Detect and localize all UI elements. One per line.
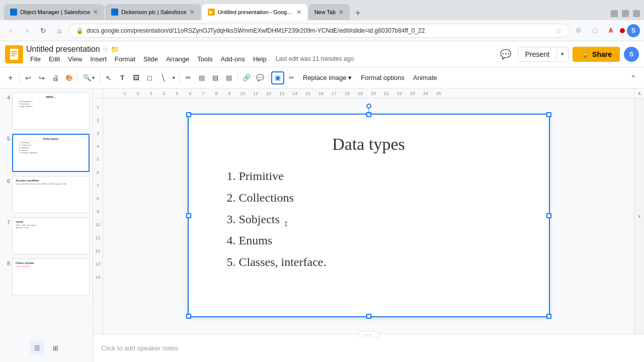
collapse-toolbar-button[interactable]: ⌃: [627, 71, 640, 84]
right-panel-toggle[interactable]: ›: [634, 99, 644, 334]
paint-format-button[interactable]: 🎨: [62, 71, 75, 84]
menu-edit[interactable]: Edit: [45, 54, 64, 64]
nav-bar: ‹ › ↻ ⌂ 🔒 docs.google.com/presentation/d…: [0, 20, 644, 41]
slide-thumbnail-5[interactable]: 5 Data types 1. Primitive 2. Collections…: [2, 133, 91, 173]
handle-mid-right[interactable]: [546, 213, 551, 218]
horizontal-ruler: 1 2 3 4 5 6 7 8 9 10 11 12 13 14: [103, 88, 634, 99]
tab-close-3[interactable]: ✕: [296, 9, 301, 16]
image-tool-button[interactable]: 🖼: [129, 71, 142, 84]
link-button[interactable]: 🔗: [240, 71, 253, 84]
menu-format[interactable]: Format: [111, 54, 139, 64]
folder-title-icon[interactable]: 📁: [111, 45, 119, 53]
puzzle-icon[interactable]: ⬡: [588, 24, 602, 38]
align-left-button[interactable]: ▤: [195, 71, 208, 84]
menu-file[interactable]: File: [26, 54, 45, 64]
menu-addons[interactable]: Add-ons: [217, 54, 249, 64]
selected-object-indicator[interactable]: ▣: [271, 71, 284, 84]
handle-bottom-left[interactable]: [186, 314, 191, 319]
undo-button[interactable]: ↩: [22, 71, 35, 84]
menu-insert[interactable]: Insert: [86, 54, 111, 64]
slide-canvas[interactable]: Data types Primitive Collections Sobject…: [188, 114, 550, 317]
slide-thumb-7[interactable]: contr. some code text here another line: [12, 217, 90, 254]
tab-favicon-2: [111, 9, 118, 16]
list-item-4: Enums: [239, 230, 524, 251]
handle-top-right[interactable]: [546, 112, 551, 117]
maximize-button[interactable]: [622, 10, 629, 17]
forward-button[interactable]: ›: [20, 24, 34, 38]
menu-tools[interactable]: Tools: [193, 54, 216, 64]
menu-arrange[interactable]: Arrange: [162, 54, 193, 64]
comment-button[interactable]: 💬: [498, 46, 514, 62]
tab-google-slides[interactable]: ▶ Untitled presentation - Google S... ✕: [202, 4, 307, 20]
menu-view[interactable]: View: [64, 54, 86, 64]
grid-view-button[interactable]: ⊞: [48, 341, 62, 355]
menu-help[interactable]: Help: [249, 54, 271, 64]
print-button[interactable]: 🖨: [49, 71, 62, 84]
close-button[interactable]: [633, 10, 640, 17]
replace-image-button[interactable]: Replace image ▾: [298, 71, 356, 84]
acrobat-icon[interactable]: A: [604, 24, 618, 38]
tab-new-tab[interactable]: New Tab ✕: [308, 4, 350, 20]
notes-drag-handle[interactable]: •••: [359, 331, 379, 337]
canvas-scroll-area[interactable]: Data types Primitive Collections Sobject…: [103, 99, 634, 334]
slides-panel: 4 00PS... • Encapsulation • Inheritance …: [0, 88, 93, 362]
redo-button[interactable]: ↪: [35, 71, 48, 84]
menu-slide[interactable]: Slide: [139, 54, 162, 64]
pen-tool-button[interactable]: ✏: [182, 71, 195, 84]
star-title-icon[interactable]: ☆: [102, 45, 109, 54]
handle-bottom-center[interactable]: [366, 314, 371, 319]
handle-top-left[interactable]: [186, 112, 191, 117]
add-element-button[interactable]: +: [4, 71, 17, 84]
toolbar-panel-toggle[interactable]: ∧: [634, 88, 644, 99]
zoom-button[interactable]: 🔍 ▾: [80, 73, 98, 82]
slide-thumbnail-4[interactable]: 4 00PS... • Encapsulation • Inheritance …: [2, 92, 91, 131]
app-header: Untitled presentation ☆ 📁 File Edit View…: [0, 41, 644, 67]
profile-avatar[interactable]: S: [627, 24, 640, 37]
tab-salesforce-1[interactable]: Object Manager | Salesforce ✕: [4, 4, 104, 20]
format-options-button[interactable]: Format options: [357, 72, 409, 83]
slide-thumb-6[interactable]: Access modifier Lorem ipsum text about a…: [12, 176, 90, 213]
align-right-button[interactable]: ▤: [222, 71, 235, 84]
text-tool-button[interactable]: T: [116, 71, 129, 84]
bookmark-icon[interactable]: ☆: [555, 27, 562, 35]
tab-close-2[interactable]: ✕: [190, 9, 195, 16]
toolbar-separator-3: [100, 73, 100, 82]
star-icon[interactable]: ⚙: [572, 24, 586, 38]
slide-content[interactable]: Data types Primitive Collections Sobject…: [204, 130, 534, 306]
back-button[interactable]: ‹: [4, 24, 18, 38]
speaker-notes-input[interactable]: Click to add speaker notes: [93, 334, 644, 362]
crop-image-button[interactable]: ✂: [285, 71, 298, 84]
slides-app: Untitled presentation ☆ 📁 File Edit View…: [0, 41, 644, 362]
present-main-button[interactable]: Present: [518, 47, 556, 61]
align-center-button[interactable]: ▤: [209, 71, 222, 84]
tab-close-1[interactable]: ✕: [93, 9, 98, 16]
line-tool-button[interactable]: ╱: [154, 68, 173, 87]
refresh-button[interactable]: ↻: [36, 24, 50, 38]
slide-thumbnail-7[interactable]: 7 contr. some code text here another lin…: [2, 216, 91, 255]
list-item-3-text: Sobjects: [239, 213, 280, 226]
new-tab-button[interactable]: +: [351, 6, 365, 20]
present-dropdown-button[interactable]: ▾: [556, 48, 568, 60]
app-logo: [5, 45, 23, 63]
vertical-ruler: 1 2 3 4 5 6 7 8 9 10 11 12 13 14: [93, 99, 103, 334]
slides-logo-icon: [9, 49, 19, 60]
panel-bottom-controls: ☰ ⊞: [2, 337, 91, 359]
share-button[interactable]: 🔒 Share: [573, 47, 620, 62]
tab-salesforce-2[interactable]: Dickenson plc | Salesforce ✕: [105, 4, 200, 20]
slide-thumb-4[interactable]: 00PS... • Encapsulation • Inheritance • …: [12, 93, 90, 130]
slide-thumbnail-6[interactable]: 6 Access modifier Lorem ipsum text about…: [2, 175, 91, 214]
profile-avatar-app[interactable]: S: [624, 47, 639, 62]
home-button[interactable]: ⌂: [52, 24, 66, 38]
slide-thumbnail-8[interactable]: 8 Class syntax class keyword: [2, 257, 91, 297]
animate-button[interactable]: Animate: [409, 72, 441, 83]
handle-bottom-right[interactable]: [546, 314, 551, 319]
address-bar[interactable]: 🔒 docs.google.com/presentation/d/11oRSZy…: [68, 24, 570, 38]
slide-thumb-8[interactable]: Class syntax class keyword: [12, 258, 90, 296]
list-view-button[interactable]: ☰: [30, 341, 44, 355]
handle-mid-left[interactable]: [186, 213, 191, 218]
cursor-tool-button[interactable]: ↖: [102, 71, 115, 84]
slide-thumb-5[interactable]: Data types 1. Primitive 2. Collections 3…: [12, 134, 90, 172]
minimize-button[interactable]: [611, 10, 618, 17]
comment-tool-button[interactable]: 💬: [254, 71, 267, 84]
tab-close-4[interactable]: ✕: [339, 9, 344, 16]
